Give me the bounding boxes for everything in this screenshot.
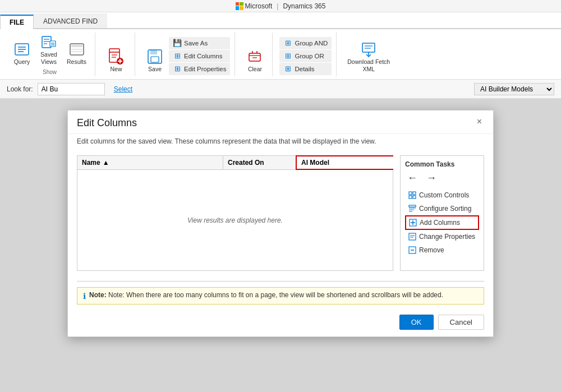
modal-body: Name ▲ Created On AI Model View resul — [68, 151, 493, 275]
select-link[interactable]: Select — [114, 85, 132, 93]
group-buttons: ⊞ Group AND ⊞ Group OR ⊞ Details — [279, 37, 332, 75]
tab-advanced-find[interactable]: ADVANCED FIND — [34, 13, 107, 28]
clear-label: Clear — [248, 66, 262, 73]
modal-subtitle: Edit columns for the saved view. These c… — [68, 134, 493, 151]
modal-divider — [77, 281, 484, 282]
ribbon-group-clear: Clear — [237, 33, 273, 76]
new-label: New — [111, 66, 122, 73]
group-and-label: Group AND — [295, 40, 328, 47]
edit-columns-dialog: Edit Columns × Edit columns for the save… — [67, 110, 494, 337]
svg-rect-34 — [409, 192, 412, 195]
modal-header: Edit Columns × — [68, 110, 493, 134]
svg-rect-24 — [151, 57, 159, 62]
custom-controls-label: Custom Controls — [419, 191, 469, 199]
results-label: Results — [67, 58, 86, 66]
edit-properties-icon: ⊞ — [173, 64, 182, 73]
change-properties-icon — [408, 232, 417, 241]
query-button[interactable]: Query — [9, 38, 35, 68]
configure-sorting-label: Configure Sorting — [419, 205, 471, 213]
tab-bar: FILE ADVANCED FIND — [0, 12, 561, 29]
col-ai-model-label: AI Model — [301, 159, 329, 167]
details-label: Details — [295, 66, 314, 72]
svg-rect-8 — [50, 41, 56, 47]
custom-controls-item[interactable]: Custom Controls — [405, 188, 479, 202]
edit-columns-button[interactable]: ⊞ Edit Columns — [169, 50, 230, 62]
svg-rect-30 — [362, 43, 375, 52]
nav-right-button[interactable]: → — [426, 173, 436, 183]
ribbon-group-download: Download FetchXML — [339, 33, 398, 76]
clear-button[interactable]: Clear — [242, 45, 268, 75]
note-bar: ℹ Note: Note: When there are too many co… — [77, 287, 484, 305]
add-columns-item[interactable]: Add Columns — [405, 215, 479, 230]
tab-file[interactable]: FILE — [0, 15, 34, 29]
microsoft-logo: Microsoft — [236, 2, 273, 10]
col-name-label: Name — [82, 159, 100, 167]
edit-columns-label: Edit Columns — [184, 53, 222, 59]
entity-dropdown[interactable]: AI Builder Models — [474, 83, 554, 95]
remove-label: Remove — [419, 246, 444, 254]
nav-left-button[interactable]: ← — [407, 173, 417, 183]
top-bar: Microsoft | Dynamics 365 — [0, 0, 561, 12]
columns-body: View results are displayed here. — [77, 170, 393, 271]
col-header-ai-model: AI Model — [296, 155, 393, 170]
new-button[interactable]: New — [102, 45, 130, 75]
group-and-button[interactable]: ⊞ Group AND — [279, 37, 332, 49]
brand-label: Microsoft — [245, 2, 273, 10]
look-for-label: Look for: — [7, 85, 33, 93]
product-label: Dynamics 365 — [283, 2, 325, 10]
save-button[interactable]: Save — [142, 45, 168, 75]
download-button[interactable]: Download FetchXML — [343, 38, 394, 75]
nav-arrows: ← → — [405, 173, 479, 183]
empty-results-text: View results are displayed here. — [187, 216, 283, 224]
col-header-name: Name ▲ — [77, 156, 223, 169]
save-icon — [146, 48, 164, 66]
modal-overlay: Edit Columns × Edit columns for the save… — [0, 99, 561, 392]
look-for-input[interactable] — [38, 83, 105, 95]
show-group-label: Show — [43, 69, 57, 75]
custom-controls-icon — [408, 191, 417, 200]
ribbon-group-new: New — [98, 33, 135, 76]
background-content: Edit Columns × Edit columns for the save… — [0, 99, 561, 392]
col-header-created: Created On — [223, 156, 296, 169]
edit-properties-button[interactable]: ⊞ Edit Properties — [169, 63, 230, 75]
save-as-button[interactable]: 💾 Save As — [169, 37, 230, 49]
add-columns-icon — [408, 218, 417, 227]
group-and-icon: ⊞ — [283, 39, 292, 48]
save-label: Save — [148, 66, 162, 73]
note-text: Note: Note: When there are too many colu… — [89, 291, 443, 299]
change-properties-item[interactable]: Change Properties — [405, 230, 479, 243]
configure-sorting-item[interactable]: Configure Sorting — [405, 202, 479, 215]
group-or-button[interactable]: ⊞ Group OR — [279, 50, 332, 62]
configure-sorting-icon — [408, 204, 417, 213]
clear-icon — [246, 48, 264, 66]
add-columns-label: Add Columns — [420, 219, 460, 227]
download-icon — [360, 40, 378, 58]
group-or-label: Group OR — [295, 53, 324, 59]
cancel-button[interactable]: Cancel — [438, 315, 484, 330]
svg-rect-37 — [413, 196, 416, 199]
query-label: Query — [14, 58, 30, 66]
save-as-label: Save As — [184, 40, 208, 47]
details-button[interactable]: ⊞ Details — [279, 63, 332, 75]
results-button[interactable]: Results — [63, 38, 90, 68]
save-small-buttons: 💾 Save As ⊞ Edit Columns ⊞ Edit Properti… — [169, 37, 230, 75]
close-button[interactable]: × — [475, 117, 484, 126]
info-icon: ℹ — [83, 292, 86, 301]
query-icon — [13, 40, 31, 58]
col-created-label: Created On — [228, 159, 264, 167]
columns-area: Name ▲ Created On AI Model View resul — [77, 155, 484, 271]
show-buttons: Query SavedViews Results — [9, 31, 90, 67]
download-label: Download FetchXML — [347, 58, 390, 72]
saved-views-button[interactable]: SavedViews — [36, 31, 62, 67]
ribbon-group-save: Save 💾 Save As ⊞ Edit Columns ⊞ Edit Pro… — [137, 33, 235, 76]
svg-rect-38 — [409, 205, 416, 207]
results-icon — [68, 40, 86, 58]
ok-button[interactable]: OK — [399, 315, 434, 330]
svg-rect-23 — [150, 50, 157, 54]
columns-header-row: Name ▲ Created On AI Model — [77, 155, 393, 170]
svg-rect-25 — [249, 53, 260, 61]
edit-columns-icon: ⊞ — [173, 52, 182, 61]
ms-logo-grid — [236, 2, 243, 10]
remove-item[interactable]: Remove — [405, 243, 479, 257]
look-for-bar: Look for: Select AI Builder Models — [0, 80, 561, 99]
